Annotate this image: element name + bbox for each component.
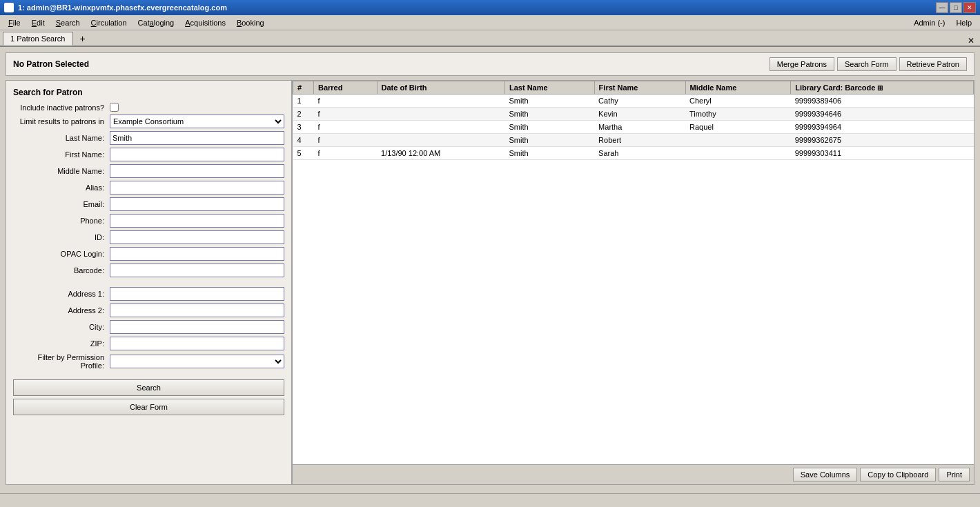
tab-add-button[interactable]: + — [75, 32, 91, 46]
col-header-middlename[interactable]: Middle Name — [685, 81, 791, 95]
results-table: # Barred Date of Birth Last Name First N… — [293, 81, 974, 160]
table-row[interactable]: 2fSmithKevinTimothy99999394646 — [293, 108, 974, 121]
menu-help[interactable]: Help — [950, 17, 977, 28]
label-zip: ZIP: — [13, 339, 110, 348]
cell-firstName: Robert — [594, 134, 685, 147]
limit-results-select[interactable]: Example Consortium Branch 1 Branch 2 — [110, 115, 284, 128]
phone-input[interactable] — [110, 214, 284, 228]
menu-acquisitions[interactable]: Acquisitions — [179, 17, 231, 28]
copy-clipboard-button[interactable]: Copy to Clipboard — [860, 468, 936, 481]
label-firstname: First Name: — [13, 150, 110, 159]
label-opac: OPAC Login: — [13, 250, 110, 258]
minimize-button[interactable]: — — [936, 2, 948, 13]
label-address2: Address 2: — [13, 306, 110, 315]
menu-file[interactable]: File — [3, 17, 26, 28]
form-row-opac: OPAC Login: — [13, 247, 284, 261]
cell-barcode: 99999394964 — [791, 121, 974, 134]
lastname-input[interactable] — [110, 131, 284, 145]
maximize-button[interactable]: □ — [950, 2, 962, 13]
form-row-permission: Filter by Permission Profile: — [13, 353, 284, 370]
menu-right: Admin (-) Help — [908, 17, 977, 28]
menu-search[interactable]: Search — [50, 17, 86, 28]
retrieve-patron-button[interactable]: Retrieve Patron — [899, 57, 967, 71]
print-button[interactable]: Print — [939, 468, 970, 481]
cell-firstName: Kevin — [594, 108, 685, 121]
title-bar-text: 1: admin@BR1-winxpvmfx.phasefx.evergreen… — [4, 3, 227, 12]
clear-form-button[interactable]: Clear Form — [13, 399, 284, 415]
form-row-zip: ZIP: — [13, 337, 284, 350]
title-bar-controls: — □ ✕ — [936, 2, 976, 13]
alias-input[interactable] — [110, 181, 284, 195]
menu-bar: File Edit Search Circulation Cataloging … — [0, 15, 980, 30]
address1-input[interactable] — [110, 287, 284, 301]
zip-input[interactable] — [110, 337, 284, 350]
middlename-input[interactable] — [110, 164, 284, 178]
col-header-barred[interactable]: Barred — [314, 81, 378, 95]
menu-cataloging[interactable]: Cataloging — [133, 17, 180, 28]
results-panel: # Barred Date of Birth Last Name First N… — [293, 81, 974, 484]
tab-bar-close-button[interactable]: ✕ — [965, 36, 977, 46]
search-form-button[interactable]: Search Form — [837, 57, 896, 71]
col-header-lastname[interactable]: Last Name — [505, 81, 595, 95]
city-input[interactable] — [110, 320, 284, 334]
save-columns-button[interactable]: Save Columns — [793, 468, 858, 481]
cell-num: 1 — [293, 95, 314, 108]
opac-input[interactable] — [110, 247, 284, 261]
col-header-firstname[interactable]: First Name — [594, 81, 685, 95]
cell-dob — [377, 134, 504, 147]
results-footer: Save Columns Copy to Clipboard Print — [293, 464, 974, 484]
panels: Search for Patron Include inactive patro… — [6, 80, 974, 485]
label-permission: Filter by Permission Profile: — [13, 353, 110, 370]
cell-dob — [377, 95, 504, 108]
form-row-address1: Address 1: — [13, 287, 284, 301]
form-row-barcode: Barcode: — [13, 264, 284, 277]
table-row[interactable]: 3fSmithMarthaRaquel99999394964 — [293, 121, 974, 134]
cell-middleName — [685, 147, 791, 160]
cell-num: 3 — [293, 121, 314, 134]
cell-middleName: Raquel — [685, 121, 791, 134]
search-panel-title: Search for Patron — [13, 88, 284, 97]
menu-edit[interactable]: Edit — [26, 17, 50, 28]
tab-patron-search[interactable]: 1 Patron Search — [3, 32, 73, 46]
table-row[interactable]: 4fSmithRobert99999362675 — [293, 134, 974, 147]
table-body: 1fSmithCathyCheryl999993894062fSmithKevi… — [293, 95, 974, 160]
include-inactive-checkbox[interactable] — [110, 103, 119, 112]
status-bar — [0, 493, 980, 507]
cell-barred: f — [314, 108, 378, 121]
permission-select[interactable] — [110, 355, 284, 368]
email-input[interactable] — [110, 197, 284, 211]
col-header-dob[interactable]: Date of Birth — [377, 81, 504, 95]
col-header-barcode[interactable]: Library Card: Barcode ⊞ — [791, 81, 974, 95]
column-options-icon[interactable]: ⊞ — [877, 84, 883, 92]
label-inactive: Include inactive patrons? — [13, 103, 110, 112]
barcode-input[interactable] — [110, 264, 284, 277]
cell-firstName: Cathy — [594, 95, 685, 108]
cell-barcode: 99999394646 — [791, 108, 974, 121]
menu-booking[interactable]: Booking — [231, 17, 270, 28]
main-content: No Patron Selected Merge Patrons Search … — [0, 47, 980, 493]
cell-firstName: Sarah — [594, 147, 685, 160]
close-button[interactable]: ✕ — [963, 2, 976, 13]
form-row-address2: Address 2: — [13, 304, 284, 317]
menu-circulation[interactable]: Circulation — [86, 17, 133, 28]
id-input[interactable] — [110, 230, 284, 244]
cell-dob — [377, 108, 504, 121]
label-city: City: — [13, 323, 110, 331]
title-bar: 1: admin@BR1-winxpvmfx.phasefx.evergreen… — [0, 0, 980, 15]
search-button[interactable]: Search — [13, 379, 284, 396]
form-row-alias: Alias: — [13, 181, 284, 195]
cell-lastName: Smith — [505, 108, 595, 121]
table-row[interactable]: 5f1/13/90 12:00 AMSmithSarah99999303411 — [293, 147, 974, 160]
address2-input[interactable] — [110, 304, 284, 317]
label-lastname: Last Name: — [13, 134, 110, 142]
table-row[interactable]: 1fSmithCathyCheryl99999389406 — [293, 95, 974, 108]
menu-admin[interactable]: Admin (-) — [908, 17, 950, 28]
label-middlename: Middle Name: — [13, 167, 110, 175]
cell-middleName — [685, 134, 791, 147]
tab-patron-search-label: 1 Patron Search — [10, 34, 66, 43]
col-header-num[interactable]: # — [293, 81, 314, 95]
merge-patrons-button[interactable]: Merge Patrons — [770, 57, 834, 71]
cell-num: 2 — [293, 108, 314, 121]
cell-barcode: 99999303411 — [791, 147, 974, 160]
firstname-input[interactable] — [110, 148, 284, 161]
